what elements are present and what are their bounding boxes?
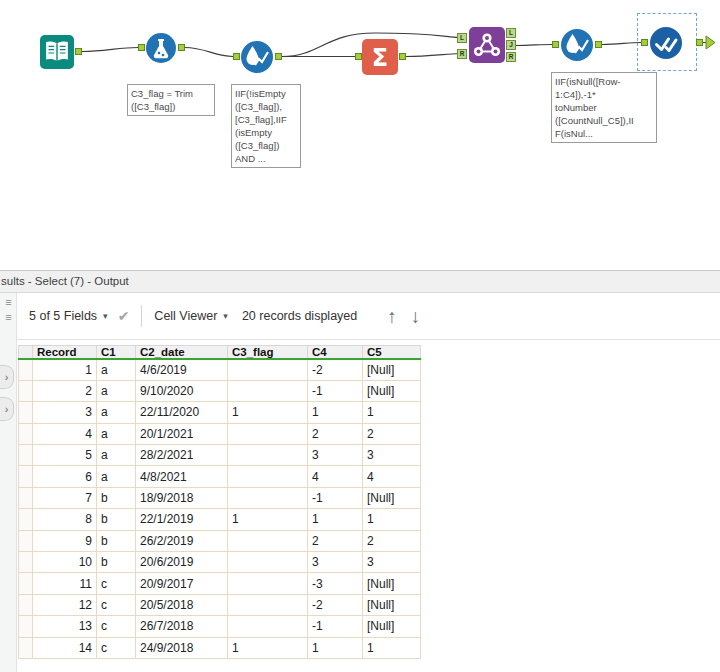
cell[interactable]: 3 <box>308 445 363 466</box>
output-anchor[interactable] <box>75 48 82 55</box>
list-view-icon[interactable]: ≡ <box>0 295 17 310</box>
apply-check-icon[interactable]: ✔ <box>118 308 130 324</box>
cell[interactable]: [Null] <box>363 573 421 594</box>
cell[interactable]: [Null] <box>363 616 421 637</box>
cell[interactable]: c <box>97 616 136 637</box>
cell[interactable]: b <box>97 552 136 573</box>
row-handle[interactable] <box>19 616 33 637</box>
cell[interactable]: 2 <box>308 423 363 444</box>
input-anchor[interactable] <box>233 53 240 60</box>
cell[interactable] <box>228 573 308 594</box>
row-handle[interactable] <box>19 530 33 551</box>
cell[interactable] <box>228 445 308 466</box>
table-row[interactable]: 3a22/11/2020111 <box>19 402 421 423</box>
cell[interactable]: 10 <box>33 552 97 573</box>
column-header-c2_date[interactable]: C2_date <box>136 346 228 360</box>
table-row[interactable]: 2a9/10/2020-1[Null] <box>19 380 421 401</box>
join-tool[interactable] <box>469 27 505 63</box>
cell[interactable]: 4/6/2019 <box>136 359 228 380</box>
connection[interactable] <box>185 48 233 57</box>
expand-panel-tab-2[interactable]: › <box>0 397 14 421</box>
row-handle[interactable] <box>19 552 33 573</box>
output-anchor[interactable] <box>275 53 282 60</box>
tool-annotation[interactable]: IIF(!isEmpty ([C3_flag]), [C3_flag],IIF … <box>231 84 301 168</box>
cell[interactable]: -1 <box>308 487 363 508</box>
cell[interactable]: 2 <box>363 530 421 551</box>
table-row[interactable]: 7b18/9/2018-1[Null] <box>19 487 421 508</box>
cell[interactable]: 8 <box>33 509 97 530</box>
cell[interactable]: 22/1/2019 <box>136 509 228 530</box>
table-row[interactable]: 1a4/6/2019-2[Null] <box>19 359 421 380</box>
connection[interactable] <box>602 43 641 45</box>
multi-row-formula-tool[interactable] <box>240 40 274 74</box>
output-anchor[interactable] <box>178 44 185 51</box>
cell[interactable]: a <box>97 445 136 466</box>
output-anchor[interactable] <box>595 41 602 48</box>
list-view-icon-2[interactable]: ≡ <box>0 310 17 325</box>
join-left-anchor-R[interactable]: R <box>457 49 467 59</box>
cell[interactable]: 1 <box>363 402 421 423</box>
cell[interactable]: [Null] <box>363 380 421 401</box>
input-anchor[interactable] <box>641 39 648 46</box>
cell[interactable]: -2 <box>308 359 363 380</box>
cell[interactable]: 26/2/2019 <box>136 530 228 551</box>
connection[interactable] <box>82 48 138 52</box>
cell[interactable]: c <box>97 573 136 594</box>
cell[interactable]: 3 <box>363 552 421 573</box>
multi-row-formula-tool-2[interactable] <box>560 28 594 62</box>
cell[interactable]: 4 <box>33 423 97 444</box>
formula-tool[interactable] <box>145 32 177 64</box>
join-right-anchor-L[interactable]: L <box>506 28 516 38</box>
cell[interactable] <box>228 594 308 615</box>
cell[interactable]: b <box>97 487 136 508</box>
column-header-c4[interactable]: C4 <box>308 346 363 360</box>
output-anchor[interactable] <box>399 53 406 60</box>
cell[interactable]: 6 <box>33 466 97 487</box>
scroll-up-button[interactable]: ↑ <box>387 307 397 326</box>
cell[interactable]: 3 <box>308 552 363 573</box>
row-handle[interactable] <box>19 359 33 380</box>
row-handle[interactable] <box>19 594 33 615</box>
cell-viewer-dropdown[interactable]: Cell Viewer ▾ <box>154 309 228 323</box>
cell[interactable]: 7 <box>33 487 97 508</box>
cell[interactable]: 20/6/2019 <box>136 552 228 573</box>
row-handle[interactable] <box>19 466 33 487</box>
column-header-record[interactable]: Record <box>33 346 97 360</box>
cell[interactable]: 24/9/2018 <box>136 637 228 658</box>
cell[interactable] <box>228 552 308 573</box>
join-left-anchor-L[interactable]: L <box>457 33 467 43</box>
row-handle[interactable] <box>19 380 33 401</box>
row-handle[interactable] <box>19 487 33 508</box>
scroll-down-button[interactable]: ↓ <box>411 307 421 326</box>
cell[interactable]: 14 <box>33 637 97 658</box>
table-row[interactable]: 9b26/2/201922 <box>19 530 421 551</box>
row-handle[interactable] <box>19 423 33 444</box>
input-data-tool[interactable] <box>40 35 74 69</box>
row-handle[interactable] <box>19 402 33 423</box>
table-row[interactable]: 5a28/2/202133 <box>19 445 421 466</box>
cell[interactable]: 1 <box>308 402 363 423</box>
column-header-c3_flag[interactable]: C3_flag <box>228 346 308 360</box>
cell[interactable]: 2 <box>308 530 363 551</box>
cell[interactable]: [Null] <box>363 359 421 380</box>
input-anchor[interactable] <box>355 53 362 60</box>
expand-panel-tab[interactable]: › <box>0 365 14 389</box>
cell[interactable]: 22/11/2020 <box>136 402 228 423</box>
row-handle[interactable] <box>19 445 33 466</box>
cell[interactable]: 1 <box>308 637 363 658</box>
cell[interactable]: a <box>97 359 136 380</box>
cell[interactable]: 2 <box>363 423 421 444</box>
fields-dropdown[interactable]: 5 of 5 Fields ▾ <box>29 309 108 323</box>
cell[interactable]: 12 <box>33 594 97 615</box>
row-handle[interactable] <box>19 637 33 658</box>
cell[interactable]: 1 <box>33 359 97 380</box>
cell[interactable]: 20/1/2021 <box>136 423 228 444</box>
cell[interactable]: 13 <box>33 616 97 637</box>
cell[interactable]: 1 <box>363 637 421 658</box>
cell[interactable]: -2 <box>308 594 363 615</box>
cell[interactable]: 11 <box>33 573 97 594</box>
cell[interactable] <box>228 380 308 401</box>
table-row[interactable]: 6a4/8/202144 <box>19 466 421 487</box>
cell[interactable]: 1 <box>228 509 308 530</box>
select-tool[interactable] <box>649 26 683 60</box>
